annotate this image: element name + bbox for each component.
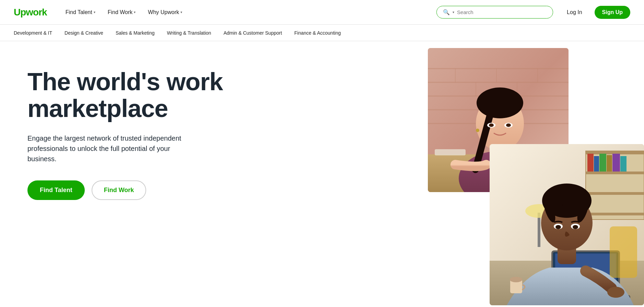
svg-point-20 xyxy=(489,123,494,127)
svg-point-58 xyxy=(607,287,624,298)
signup-button[interactable]: Sign Up xyxy=(595,6,630,19)
find-talent-chevron-icon: ▾ xyxy=(94,10,95,14)
svg-rect-36 xyxy=(620,156,627,172)
nav-right: Log In Sign Up xyxy=(560,6,630,19)
find-work-label: Find Work xyxy=(108,9,133,15)
navbar: Upwork Find Talent ▾ Find Work ▾ Why Upw… xyxy=(0,0,644,25)
find-talent-button[interactable]: Find Talent xyxy=(27,180,85,200)
category-sales-marketing[interactable]: Sales & Marketing xyxy=(116,29,155,37)
find-work-button[interactable]: Find Work xyxy=(92,180,147,200)
nav-links: Find Talent ▾ Find Work ▾ Why Upwork ▾ xyxy=(61,7,187,18)
svg-point-24 xyxy=(476,129,479,132)
svg-rect-28 xyxy=(586,172,644,174)
why-upwork-label: Why Upwork xyxy=(148,9,179,15)
category-finance-accounting[interactable]: Finance & Accounting xyxy=(294,29,341,37)
svg-point-21 xyxy=(506,123,511,127)
svg-rect-33 xyxy=(599,154,606,172)
why-upwork-chevron-icon: ▾ xyxy=(180,10,182,14)
find-work-chevron-icon: ▾ xyxy=(134,10,136,14)
category-development-it[interactable]: Development & IT xyxy=(14,29,52,37)
category-design-creative[interactable]: Design & Creative xyxy=(65,29,103,37)
svg-rect-30 xyxy=(586,213,644,215)
svg-rect-31 xyxy=(587,154,594,172)
logo[interactable]: Upwork xyxy=(14,7,47,18)
search-bar: 🔍 ▾ xyxy=(436,6,553,19)
logo-text: Upwork xyxy=(14,7,47,18)
svg-rect-61 xyxy=(610,226,637,278)
nav-find-talent[interactable]: Find Talent ▾ xyxy=(61,7,100,18)
svg-rect-35 xyxy=(612,154,620,172)
search-input[interactable] xyxy=(457,9,547,15)
svg-rect-22 xyxy=(435,149,466,155)
svg-rect-32 xyxy=(594,156,599,172)
nav-find-work[interactable]: Find Work ▾ xyxy=(103,7,141,18)
search-dropdown-icon[interactable]: ▾ xyxy=(453,10,454,14)
hero-title: The world's work marketplace xyxy=(27,69,340,122)
svg-point-56 xyxy=(555,225,561,229)
hero-content: The world's work marketplace Engage the … xyxy=(0,41,354,307)
svg-point-60 xyxy=(510,277,522,282)
category-admin-customer-support[interactable]: Admin & Customer Support xyxy=(223,29,282,37)
category-writing-translation[interactable]: Writing & Translation xyxy=(167,29,211,37)
find-talent-label: Find Talent xyxy=(66,9,92,15)
svg-point-16 xyxy=(477,87,523,118)
login-button[interactable]: Log In xyxy=(560,6,589,19)
category-bar: Development & IT Design & Creative Sales… xyxy=(0,25,644,41)
hero-section: The world's work marketplace Engage the … xyxy=(0,41,644,307)
man-illustration xyxy=(490,144,644,305)
nav-why-upwork[interactable]: Why Upwork ▾ xyxy=(143,7,187,18)
svg-rect-34 xyxy=(607,155,612,172)
hero-image-man xyxy=(490,144,644,305)
svg-point-57 xyxy=(573,225,578,229)
search-icon: 🔍 xyxy=(443,9,450,15)
svg-rect-29 xyxy=(586,192,644,195)
hero-buttons: Find Talent Find Work xyxy=(27,180,340,200)
hero-subtitle: Engage the largest network of trusted in… xyxy=(27,133,192,164)
svg-point-51 xyxy=(563,193,571,212)
